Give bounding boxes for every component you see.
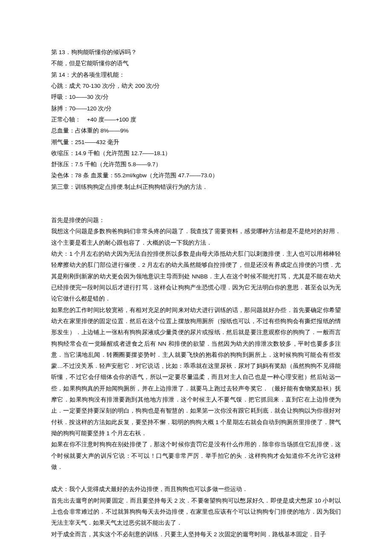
- line-chromosome: 染色体：78 条 血浆量：55.2ml/kgbw（允许范围 47.7——73.0…: [51, 170, 341, 181]
- line-systolic: 收缩压：14.9 千帕（允许范围 12.7——18.1）: [51, 148, 341, 159]
- line-q14: 第 14：犬的各项生理机能：: [51, 69, 341, 81]
- line-q13: 第 13．狗狗能听懂你的倾诉吗？: [51, 47, 341, 58]
- section-spacer: [51, 193, 341, 215]
- line-tidal: 潮气量：251——432 毫升: [51, 137, 341, 148]
- line-pulse: 脉搏：70——120 次/分: [51, 103, 341, 114]
- line-axis: 正常心轴： +40 度——+100 度: [51, 114, 341, 125]
- toilet-heading: 首先是排便的问题：: [51, 215, 341, 226]
- adult-training-paragraph: 对于成全而言，其实这个不必刻意的训练．只要主人坚持每天 2 次固定的遛弯时间．路…: [51, 529, 341, 540]
- line-breathing: 呼吸：10——30 次/分: [51, 92, 341, 103]
- toilet-intro: 我想这个问题是多数狗爸狗妈们非常头疼的问题了．我查找了需要资料，感觉哪种方法都是…: [51, 226, 341, 249]
- line-a13: 不能，但是它能听懂你的语气: [51, 58, 341, 69]
- punishment-paragraph: 如果在你不注意时狗狗在别处排便了，那这个时候你责罚它是没有什么作用的．除非你当场…: [51, 439, 341, 473]
- chapter-3-title: 第三章：训练狗狗定点排便.制止纠正狗狗错误行为的方法．: [51, 182, 341, 193]
- line-diastolic: 舒张压：7.5 千帕（允许范围 5.8——9.7）: [51, 159, 341, 170]
- line-blood-volume: 总血量：占体重的 8%——9%: [51, 125, 341, 136]
- walk-schedule-paragraph: 首先出去遛弯的时间要固定．而且要坚持每天 2 次．不要奢望狗狗可以憋尿好久．即使…: [51, 495, 341, 529]
- line-heartbeat: 心跳：成犬 70-130 次/分，幼犬 200 次/分: [51, 81, 341, 92]
- paragraph-spacer: [51, 473, 341, 484]
- training-paragraph: 如果您的工作时间比较宽裕，有相对充足的时间来对幼犬进行训练的话，那问题就好办些．…: [51, 305, 341, 439]
- puppy-paragraph: 幼犬：1 个月左右的幼犬因为无法自控排便所以多数是由母犬添抵幼犬肛门以刺激排便．…: [51, 249, 341, 305]
- adult-dog-heading: 成犬：我个人觉得成犬最好的去外边排便，而且狗狗也可以多做一些运动．: [51, 484, 341, 495]
